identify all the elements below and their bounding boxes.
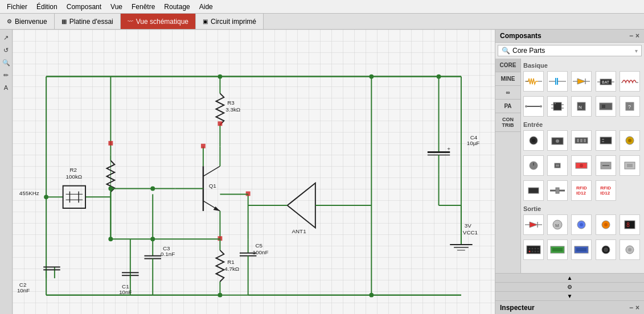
component-led[interactable] <box>571 71 592 92</box>
tab-schematique-label: Vue schématique <box>136 18 188 26</box>
svg-text:0.1nF: 0.1nF <box>161 251 175 257</box>
components-content[interactable]: Basique BAT <box>521 59 644 273</box>
component-7seg[interactable]: 8 <box>620 214 640 235</box>
search-clear[interactable]: ▾ <box>635 48 638 54</box>
component-rfid[interactable]: RFIDID12 <box>571 180 592 201</box>
section-sortie: Sortie <box>523 205 642 212</box>
component-ic2[interactable]: N <box>571 96 592 117</box>
svg-text:C5: C5 <box>255 242 262 249</box>
svg-point-184 <box>529 251 531 253</box>
inspector-minimize[interactable]: − <box>629 304 633 312</box>
inspector-close[interactable]: × <box>635 304 639 312</box>
schematic-area[interactable]: 455KHz C2 10nF R2 100k <box>13 30 495 314</box>
nav-up[interactable]: ▲ <box>495 273 644 282</box>
component-connector[interactable] <box>596 130 616 151</box>
component-microphone[interactable] <box>523 130 544 151</box>
component-motor[interactable]: M <box>547 214 568 235</box>
component-slider[interactable] <box>547 180 568 201</box>
svg-text:Q1: Q1 <box>209 183 216 189</box>
category-panel: CORE MINE ∞ PA CONTRIB Basique <box>495 59 644 273</box>
menu-vue[interactable]: Vue <box>106 2 127 12</box>
component-relay2[interactable] <box>620 155 640 176</box>
component-rocker[interactable] <box>523 180 544 201</box>
component-encoder[interactable] <box>620 130 640 151</box>
menu-composant[interactable]: Composant <box>62 2 106 12</box>
tab-platine[interactable]: ▦ Platine d'essai <box>55 14 121 29</box>
component-sensor[interactable] <box>547 130 568 151</box>
component-resistor[interactable] <box>523 71 544 92</box>
svg-rect-157 <box>556 164 559 167</box>
component-switch-dip[interactable] <box>571 130 592 151</box>
component-capacitor[interactable] <box>547 71 568 92</box>
components-close[interactable]: × <box>635 32 639 40</box>
section-basique: Basique <box>523 62 642 69</box>
svg-rect-191 <box>576 248 586 251</box>
menu-fenetre[interactable]: Fenêtre <box>127 2 159 12</box>
component-btn-red[interactable] <box>571 155 592 176</box>
menu-aide[interactable]: Aide <box>195 2 218 12</box>
cat-generic[interactable]: ∞ <box>495 86 520 100</box>
tool-rotate[interactable]: ↺ <box>1 44 12 56</box>
component-matrix-led[interactable] <box>523 239 544 260</box>
component-lcd-blue[interactable] <box>571 239 592 260</box>
svg-text:4.7kΩ: 4.7kΩ <box>224 266 239 272</box>
tool-pointer[interactable]: ↗ <box>1 32 12 43</box>
grid-basique: BAT <box>523 71 642 92</box>
component-wire[interactable] <box>523 96 544 117</box>
nav-down[interactable]: ▼ <box>495 291 644 300</box>
components-title: Composants <box>500 32 542 40</box>
cat-contrib[interactable]: CONTRIB <box>495 113 520 132</box>
cat-core[interactable]: CORE <box>495 59 520 72</box>
component-unknown[interactable]: ? <box>620 96 640 117</box>
menu-fichier[interactable]: Fichier <box>2 2 32 12</box>
components-minimize[interactable]: − <box>629 32 633 40</box>
svg-rect-137 <box>600 103 612 110</box>
component-module[interactable] <box>596 96 616 117</box>
cat-mine[interactable]: MINE <box>495 72 520 86</box>
svg-rect-164 <box>528 188 539 193</box>
menu-bar: Fichier Édition Composant Vue Fenêtre Ro… <box>0 0 644 14</box>
component-relay[interactable] <box>596 155 616 176</box>
component-led-red[interactable] <box>523 214 544 235</box>
search-input[interactable] <box>512 47 633 55</box>
tab-circuit[interactable]: ▣ Circuit imprimé <box>196 14 264 29</box>
grid-entree3: RFIDID12 RFIDID12 <box>523 180 642 201</box>
component-servo[interactable] <box>620 239 640 260</box>
tabs-bar: ⚙ Bienvenue ▦ Platine d'essai 〰 Vue sché… <box>0 14 644 30</box>
svg-point-72 <box>150 237 155 241</box>
svg-point-174 <box>580 223 583 226</box>
bienvenue-icon: ⚙ <box>7 18 12 24</box>
component-speaker[interactable] <box>571 214 592 235</box>
search-bar: 🔍 ▾ <box>498 45 642 56</box>
tool-wire[interactable]: ✏ <box>1 69 12 81</box>
svg-rect-149 <box>600 137 612 144</box>
svg-point-186 <box>535 251 536 253</box>
inspector-title: Inspecteur <box>500 304 535 312</box>
svg-rect-163 <box>627 164 633 167</box>
svg-text:10nF: 10nF <box>119 289 132 295</box>
component-oled[interactable] <box>596 239 616 260</box>
tool-zoom[interactable]: 🔍 <box>1 57 12 68</box>
nav-gear[interactable]: ⚙ <box>495 282 644 291</box>
svg-point-176 <box>604 223 608 226</box>
component-lcd-green[interactable] <box>547 239 568 260</box>
tab-schematique[interactable]: 〰 Vue schématique <box>121 14 196 29</box>
cat-pa[interactable]: PA <box>495 100 520 113</box>
tool-label[interactable]: A <box>1 82 12 93</box>
tab-bienvenue[interactable]: ⚙ Bienvenue <box>0 14 55 29</box>
component-rfid2[interactable]: RFIDID12 <box>596 180 616 201</box>
component-inductor[interactable] <box>620 71 640 92</box>
component-ic-black[interactable] <box>547 96 568 117</box>
component-pot[interactable] <box>523 155 544 176</box>
menu-edition[interactable]: Édition <box>32 2 62 12</box>
component-push-btn[interactable] <box>547 155 568 176</box>
component-buzzer[interactable] <box>596 214 616 235</box>
component-battery[interactable]: BAT <box>596 71 616 92</box>
svg-point-144 <box>556 139 559 143</box>
menu-routage[interactable]: Routage <box>159 2 194 12</box>
svg-text:R1: R1 <box>227 259 235 266</box>
svg-marker-116 <box>577 78 585 84</box>
svg-marker-79 <box>288 183 315 228</box>
svg-text:10nF: 10nF <box>17 287 30 294</box>
svg-point-183 <box>538 248 539 250</box>
